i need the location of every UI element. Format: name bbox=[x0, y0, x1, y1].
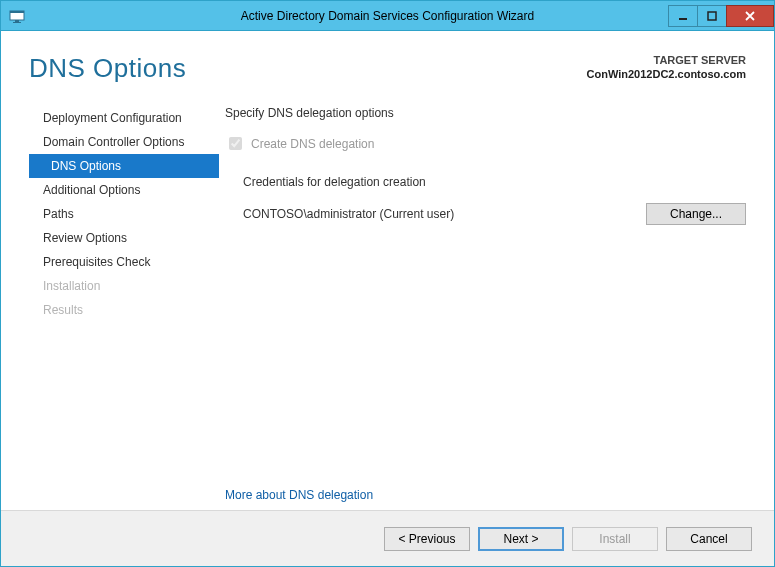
svg-rect-4 bbox=[679, 18, 687, 20]
footer: < Previous Next > Install Cancel bbox=[1, 510, 774, 566]
window-title: Active Directory Domain Services Configu… bbox=[1, 9, 774, 23]
previous-button[interactable]: < Previous bbox=[384, 527, 470, 551]
target-server-block: TARGET SERVER ConWin2012DC2.contoso.com bbox=[587, 53, 746, 82]
wizard-window: Active Directory Domain Services Configu… bbox=[0, 0, 775, 567]
svg-rect-5 bbox=[708, 12, 716, 20]
sidebar-item-prerequisites-check[interactable]: Prerequisites Check bbox=[29, 250, 219, 274]
svg-rect-2 bbox=[15, 20, 19, 22]
install-button: Install bbox=[572, 527, 658, 551]
close-button[interactable] bbox=[726, 5, 774, 27]
sidebar-item-review-options[interactable]: Review Options bbox=[29, 226, 219, 250]
content-panel: Specify DNS delegation options Create DN… bbox=[219, 100, 746, 510]
minimize-button[interactable] bbox=[668, 5, 698, 27]
credentials-heading: Credentials for delegation creation bbox=[243, 175, 746, 189]
sidebar-item-additional-options[interactable]: Additional Options bbox=[29, 178, 219, 202]
credentials-row: CONTOSO\administrator (Current user) Cha… bbox=[243, 203, 746, 225]
target-server-label: TARGET SERVER bbox=[587, 53, 746, 67]
create-dns-delegation-label: Create DNS delegation bbox=[251, 137, 374, 151]
next-button[interactable]: Next > bbox=[478, 527, 564, 551]
content-heading: Specify DNS delegation options bbox=[225, 106, 746, 120]
sidebar-item-dns-options[interactable]: DNS Options bbox=[29, 154, 219, 178]
window-buttons bbox=[669, 5, 774, 27]
svg-rect-1 bbox=[10, 11, 24, 13]
sidebar-item-installation: Installation bbox=[29, 274, 219, 298]
more-about-link[interactable]: More about DNS delegation bbox=[225, 488, 373, 502]
create-dns-delegation-checkbox bbox=[229, 137, 242, 150]
credentials-value: CONTOSO\administrator (Current user) bbox=[243, 207, 454, 221]
svg-rect-3 bbox=[13, 22, 21, 23]
sidebar: Deployment Configuration Domain Controll… bbox=[29, 100, 219, 510]
header-area: DNS Options TARGET SERVER ConWin2012DC2.… bbox=[1, 31, 774, 90]
target-server-value: ConWin2012DC2.contoso.com bbox=[587, 67, 746, 81]
sidebar-item-paths[interactable]: Paths bbox=[29, 202, 219, 226]
cancel-button[interactable]: Cancel bbox=[666, 527, 752, 551]
main-area: Deployment Configuration Domain Controll… bbox=[1, 90, 774, 510]
wizard-body: DNS Options TARGET SERVER ConWin2012DC2.… bbox=[1, 31, 774, 566]
sidebar-item-domain-controller-options[interactable]: Domain Controller Options bbox=[29, 130, 219, 154]
app-icon bbox=[7, 6, 27, 26]
create-dns-delegation-row: Create DNS delegation bbox=[225, 134, 746, 153]
page-title: DNS Options bbox=[29, 53, 186, 84]
sidebar-item-deployment-configuration[interactable]: Deployment Configuration bbox=[29, 106, 219, 130]
titlebar: Active Directory Domain Services Configu… bbox=[1, 1, 774, 31]
maximize-button[interactable] bbox=[697, 5, 727, 27]
sidebar-item-results: Results bbox=[29, 298, 219, 322]
change-button[interactable]: Change... bbox=[646, 203, 746, 225]
